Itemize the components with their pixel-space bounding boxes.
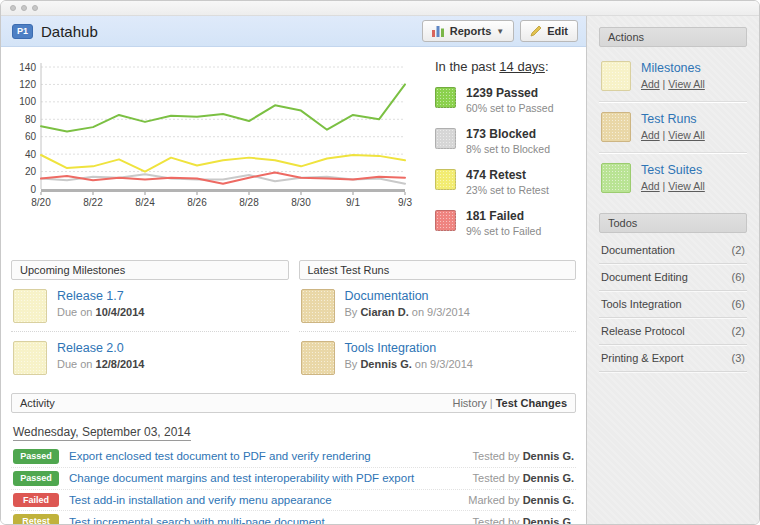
svg-text:8/22: 8/22 bbox=[83, 197, 103, 208]
legend-heading: In the past 14 days: bbox=[435, 59, 576, 74]
legend-text: 1239 Passed60% set to Passed bbox=[466, 86, 554, 114]
tested-by-label: Tested by Dennis G. bbox=[473, 516, 574, 525]
add-link[interactable]: Add bbox=[641, 129, 660, 141]
legend-percent-label: 8% set to Blocked bbox=[466, 143, 550, 155]
window-control-dot[interactable] bbox=[21, 5, 27, 11]
test-run-author: Ciaran D. bbox=[360, 306, 408, 318]
legend-text: 173 Blocked8% set to Blocked bbox=[466, 127, 550, 155]
status-badge: Retest bbox=[13, 514, 59, 525]
legend-percent-label: 9% set to Failed bbox=[466, 225, 541, 237]
activity-row: PassedChange document margins and test i… bbox=[11, 467, 576, 489]
tested-by-label: Tested by Dennis G. bbox=[473, 472, 574, 484]
upcoming-milestones-panel: Upcoming Milestones Release 1.7Due on 10… bbox=[11, 260, 289, 383]
status-swatch bbox=[435, 169, 456, 190]
window-titlebar bbox=[1, 1, 759, 16]
todo-item[interactable]: Printing & Export(3) bbox=[599, 345, 747, 372]
test-case-link[interactable]: Test incremental search with multi-page … bbox=[69, 516, 463, 525]
app-header: P1 Datahub Reports ▼ Edit bbox=[1, 16, 586, 47]
legend-item: 1239 Passed60% set to Passed bbox=[435, 86, 576, 114]
todo-count: (2) bbox=[732, 244, 745, 256]
milestone-icon bbox=[13, 341, 47, 375]
test-run-icon bbox=[301, 289, 335, 323]
status-badge: Passed bbox=[13, 471, 59, 486]
bar-chart-icon bbox=[432, 25, 445, 37]
due-date-value: 10/4/2014 bbox=[96, 306, 145, 318]
test-changes-link[interactable]: Test Changes bbox=[496, 397, 567, 409]
window-control-dot[interactable] bbox=[10, 5, 16, 11]
todo-count: (6) bbox=[732, 298, 745, 310]
todo-count: (6) bbox=[732, 271, 745, 283]
milestone-link[interactable]: Release 2.0 bbox=[57, 341, 144, 355]
tester-name: Dennis G. bbox=[523, 450, 574, 462]
view-all-link[interactable]: View All bbox=[668, 180, 705, 192]
milestone-icon bbox=[601, 61, 631, 91]
add-link[interactable]: Add bbox=[641, 78, 660, 90]
edit-button[interactable]: Edit bbox=[520, 20, 578, 42]
svg-text:20: 20 bbox=[25, 166, 37, 177]
todo-item[interactable]: Release Protocol(2) bbox=[599, 318, 747, 345]
milestone-due-date: Due on 12/8/2014 bbox=[57, 358, 144, 370]
sidebar-action-sublinks: Add | View All bbox=[641, 129, 705, 141]
sidebar-action-link[interactable]: Test Suites bbox=[641, 163, 705, 177]
activity-panel-header: Activity History | Test Changes bbox=[11, 393, 576, 413]
svg-text:40: 40 bbox=[25, 149, 37, 160]
tester-name: Dennis G. bbox=[523, 494, 574, 506]
svg-text:100: 100 bbox=[19, 96, 36, 107]
add-link[interactable]: Add bbox=[641, 180, 660, 192]
main-column: P1 Datahub Reports ▼ Edit bbox=[1, 16, 586, 525]
svg-text:120: 120 bbox=[19, 79, 36, 90]
svg-text:80: 80 bbox=[25, 114, 37, 125]
test-run-author: Dennis G. bbox=[360, 358, 411, 370]
test-case-link[interactable]: Test add-in installation and verify menu… bbox=[69, 494, 458, 506]
sidebar-action-link[interactable]: Milestones bbox=[641, 61, 705, 75]
chart-summary-legend: In the past 14 days: 1239 Passed60% set … bbox=[413, 57, 576, 250]
latest-test-runs-panel: Latest Test Runs DocumentationBy Ciaran … bbox=[299, 260, 577, 383]
status-swatch bbox=[435, 87, 456, 108]
todo-label: Documentation bbox=[601, 244, 675, 256]
sidebar-action-item: MilestonesAdd | View All bbox=[599, 51, 747, 101]
sidebar-action-sublinks: Add | View All bbox=[641, 78, 705, 90]
test-run-link[interactable]: Tools Integration bbox=[345, 341, 473, 355]
legend-count-label: 181 Failed bbox=[466, 209, 541, 224]
todo-label: Document Editing bbox=[601, 271, 688, 283]
todo-item[interactable]: Tools Integration(6) bbox=[599, 291, 747, 318]
legend-text: 474 Retest23% set to Retest bbox=[466, 168, 549, 196]
milestone-due-date: Due on 10/4/2014 bbox=[57, 306, 144, 318]
view-all-link[interactable]: View All bbox=[668, 129, 705, 141]
tested-by-label: Tested by Dennis G. bbox=[473, 450, 574, 462]
todo-item[interactable]: Document Editing(6) bbox=[599, 264, 747, 291]
milestone-row: Release 2.0Due on 12/8/2014 bbox=[11, 331, 289, 383]
tester-name: Dennis G. bbox=[523, 472, 574, 484]
pencil-icon bbox=[530, 25, 542, 37]
activity-date-heading: Wednesday, September 03, 2014 bbox=[13, 422, 576, 440]
sidebar-action-item: Test RunsAdd | View All bbox=[599, 101, 747, 152]
test-runs-panel-header: Latest Test Runs bbox=[299, 260, 577, 280]
svg-text:60: 60 bbox=[25, 131, 37, 142]
todo-count: (2) bbox=[732, 325, 745, 337]
test-run-icon bbox=[601, 112, 631, 142]
sidebar: Actions MilestonesAdd | View AllTest Run… bbox=[586, 16, 759, 525]
sidebar-action-link[interactable]: Test Runs bbox=[641, 112, 705, 126]
todo-label: Tools Integration bbox=[601, 298, 682, 310]
svg-text:8/30: 8/30 bbox=[291, 197, 311, 208]
legend-item: 474 Retest23% set to Retest bbox=[435, 168, 576, 196]
todo-item[interactable]: Documentation(2) bbox=[599, 237, 747, 264]
milestone-link[interactable]: Release 1.7 bbox=[57, 289, 144, 303]
test-run-byline: By Ciaran D. on 9/3/2014 bbox=[345, 306, 470, 318]
test-run-link[interactable]: Documentation bbox=[345, 289, 470, 303]
view-all-link[interactable]: View All bbox=[668, 78, 705, 90]
todo-label: Printing & Export bbox=[601, 352, 684, 364]
days-range-link[interactable]: 14 days bbox=[499, 59, 545, 74]
legend-count-label: 474 Retest bbox=[466, 168, 549, 183]
activity-section: Activity History | Test Changes Wednesda… bbox=[11, 393, 576, 525]
activity-row: FailedTest add-in installation and verif… bbox=[11, 489, 576, 511]
milestone-row: Release 1.7Due on 10/4/2014 bbox=[11, 280, 289, 331]
test-case-link[interactable]: Change document margins and test interop… bbox=[69, 472, 463, 484]
status-badge: Passed bbox=[13, 449, 59, 464]
window-control-dot[interactable] bbox=[32, 5, 38, 11]
tester-name: Dennis G. bbox=[523, 516, 574, 525]
test-case-link[interactable]: Export enclosed test document to PDF and… bbox=[69, 450, 463, 462]
history-link[interactable]: History bbox=[452, 397, 486, 409]
todos-section-header: Todos bbox=[599, 213, 747, 233]
reports-button[interactable]: Reports ▼ bbox=[422, 20, 514, 42]
